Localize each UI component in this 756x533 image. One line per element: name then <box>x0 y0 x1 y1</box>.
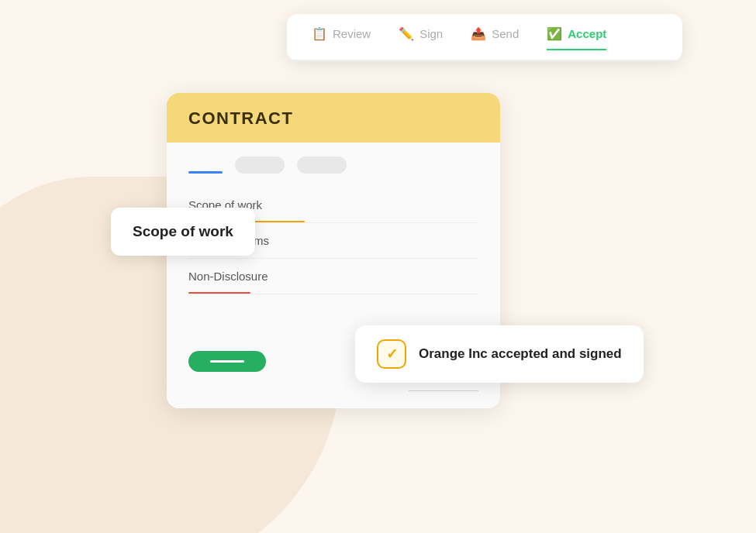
accepted-icon: ✓ <box>377 339 406 369</box>
tab-review-label: Review <box>333 27 371 40</box>
tab-accept[interactable]: ✅ Accept <box>547 26 606 50</box>
review-icon: 📋 <box>312 26 327 41</box>
nav-card: 📋 Review ✏️ Sign 📤 Send ✅ Accept <box>287 14 682 61</box>
sign-button[interactable] <box>188 351 266 372</box>
underline-red <box>188 292 250 294</box>
checkmark-icon: ✓ <box>386 346 398 363</box>
accept-icon: ✅ <box>547 26 562 41</box>
scope-title: Scope of work <box>133 223 233 239</box>
tab-pill-2 <box>297 156 347 174</box>
active-tab-indicator <box>188 171 223 174</box>
section-nda-label: Non-Disclosure <box>188 270 268 283</box>
accepted-text: Orange Inc accepted and signed <box>419 346 622 362</box>
tab-accept-label: Accept <box>568 27 606 40</box>
contract-header: CONTRACT <box>167 93 500 143</box>
tab-send-label: Send <box>492 27 519 40</box>
nav-tabs: 📋 Review ✏️ Sign 📤 Send ✅ Accept <box>312 26 658 60</box>
tab-sign-label: Sign <box>419 27 443 40</box>
tab-review[interactable]: 📋 Review <box>312 26 371 50</box>
signature-underline <box>409 390 478 391</box>
section-nda: Non-Disclosure <box>188 259 478 294</box>
sign-icon: ✏️ <box>399 26 414 41</box>
nav-underline <box>287 60 682 61</box>
tab-pill-1 <box>235 156 285 174</box>
send-icon: 📤 <box>471 26 486 41</box>
tab-send[interactable]: 📤 Send <box>471 26 519 50</box>
scope-of-work-card: Scope of work <box>111 208 255 256</box>
sign-button-line <box>210 360 244 363</box>
contract-tabs-row <box>188 156 478 174</box>
contract-title: CONTRACT <box>188 108 293 128</box>
tab-sign[interactable]: ✏️ Sign <box>399 26 443 50</box>
accepted-card: ✓ Orange Inc accepted and signed <box>355 325 644 383</box>
